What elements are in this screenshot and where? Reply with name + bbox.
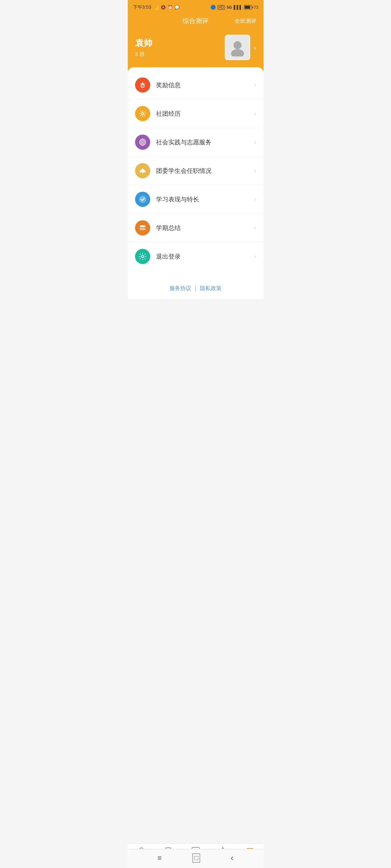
semester-arrow-icon: › bbox=[254, 225, 256, 231]
menu-list: 奖励信息 › bbox=[128, 67, 264, 274]
svg-point-27 bbox=[139, 225, 146, 227]
header-title: 综合测评 bbox=[157, 17, 235, 25]
status-bar: 下午3:53 🌙 🔕 ⏰ 💬 🔵 HD 5G ▌▌▌ 73 bbox=[128, 0, 264, 13]
rewards-arrow-icon: › bbox=[254, 82, 256, 88]
clubs-arrow-icon: › bbox=[254, 110, 256, 117]
svg-rect-21 bbox=[139, 171, 146, 173]
menu-item-study[interactable]: 学习表现与特长 › bbox=[128, 185, 264, 214]
social-arrow-icon: › bbox=[254, 139, 256, 145]
svg-point-28 bbox=[141, 255, 143, 258]
alarm-icon: ⏰ bbox=[168, 5, 173, 10]
svg-point-0 bbox=[234, 41, 241, 49]
committee-arrow-icon: › bbox=[254, 167, 256, 174]
gear-sun-icon bbox=[139, 110, 147, 118]
svg-point-1 bbox=[231, 49, 244, 56]
menu-item-clubs[interactable]: 社团经历 › bbox=[128, 99, 264, 128]
profile-info: 袁帅 3 班 bbox=[135, 37, 225, 58]
svg-rect-24 bbox=[142, 173, 143, 174]
svg-point-5 bbox=[142, 85, 143, 87]
committee-icon bbox=[135, 163, 150, 178]
battery-icon bbox=[244, 5, 252, 9]
hd-badge: HD bbox=[218, 5, 225, 10]
battery-level: 73 bbox=[254, 5, 258, 9]
svg-point-18 bbox=[142, 141, 143, 143]
menu-item-rewards[interactable]: 奖励信息 › bbox=[128, 71, 264, 99]
svg-line-13 bbox=[144, 115, 145, 116]
menu-item-semester[interactable]: 学期总结 › bbox=[128, 214, 264, 242]
time-display: 下午3:53 bbox=[133, 4, 151, 10]
social-label: 社会实践与志愿服务 bbox=[156, 138, 255, 146]
layers-icon bbox=[139, 224, 147, 232]
profile-arrow-icon[interactable]: › bbox=[254, 43, 256, 52]
footer-links: 服务协议 ｜ 隐私政策 bbox=[128, 274, 264, 299]
target-icon bbox=[139, 138, 147, 146]
gesture-bar: ≡ □ ‹ bbox=[128, 849, 264, 868]
profile-name: 袁帅 bbox=[135, 37, 225, 49]
profile-section: 袁帅 3 班 › bbox=[128, 29, 264, 71]
content-area: 奖励信息 › bbox=[128, 67, 264, 346]
study-label: 学习表现与特长 bbox=[156, 195, 255, 204]
hat-icon bbox=[139, 167, 147, 175]
settings-icon bbox=[139, 252, 147, 260]
committee-label: 团委学生会任职情况 bbox=[156, 167, 255, 175]
svg-point-26 bbox=[139, 196, 146, 203]
svg-line-15 bbox=[140, 115, 141, 116]
social-icon bbox=[135, 135, 150, 150]
clubs-label: 社团经历 bbox=[156, 110, 255, 118]
svg-point-7 bbox=[142, 113, 143, 114]
5g-badge: 5G bbox=[227, 5, 232, 9]
avatar-icon bbox=[228, 38, 247, 56]
wechat-icon: 💬 bbox=[175, 5, 180, 10]
status-right: 🔵 HD 5G ▌▌▌ 73 bbox=[210, 5, 258, 10]
study-arrow-icon: › bbox=[254, 196, 256, 203]
header: 综合测评 全班测评 bbox=[128, 13, 264, 29]
medal-icon bbox=[139, 81, 147, 89]
menu-item-committee[interactable]: 团委学生会任职情况 › bbox=[128, 157, 264, 185]
semester-icon bbox=[135, 220, 150, 235]
bluetooth-icon: 🔵 bbox=[210, 5, 216, 10]
svg-line-14 bbox=[144, 111, 145, 112]
study-icon bbox=[135, 192, 150, 207]
profile-right[interactable]: › bbox=[225, 35, 256, 60]
semester-label: 学期总结 bbox=[156, 224, 255, 232]
footer-separator: ｜ bbox=[193, 285, 200, 291]
svg-line-12 bbox=[140, 111, 141, 112]
checkbadge-icon bbox=[139, 195, 147, 203]
logout-label: 退出登录 bbox=[156, 252, 255, 261]
back-gesture-btn[interactable]: ‹ bbox=[231, 853, 234, 863]
home-gesture-btn[interactable]: □ bbox=[192, 854, 200, 863]
vibrate-icon: 🔕 bbox=[161, 5, 166, 10]
svg-point-23 bbox=[142, 167, 143, 169]
menu-gesture-btn[interactable]: ≡ bbox=[157, 854, 162, 862]
signal-icon: ▌▌▌ bbox=[234, 5, 242, 9]
logout-icon bbox=[135, 249, 150, 264]
menu-item-social[interactable]: 社会实践与志愿服务 › bbox=[128, 128, 264, 157]
rewards-label: 奖励信息 bbox=[156, 81, 255, 89]
full-class-btn[interactable]: 全班测评 bbox=[235, 18, 256, 25]
moon-icon: 🌙 bbox=[153, 5, 159, 10]
avatar[interactable] bbox=[225, 35, 250, 60]
privacy-policy-link[interactable]: 隐私政策 bbox=[200, 285, 222, 291]
clubs-icon bbox=[135, 106, 150, 121]
service-agreement-link[interactable]: 服务协议 bbox=[169, 285, 191, 291]
status-left: 下午3:53 🌙 🔕 ⏰ 💬 bbox=[133, 4, 180, 10]
rewards-icon bbox=[135, 77, 150, 93]
profile-class: 3 班 bbox=[135, 51, 225, 58]
menu-item-logout[interactable]: 退出登录 › bbox=[128, 242, 264, 271]
logout-arrow-icon: › bbox=[254, 253, 256, 260]
